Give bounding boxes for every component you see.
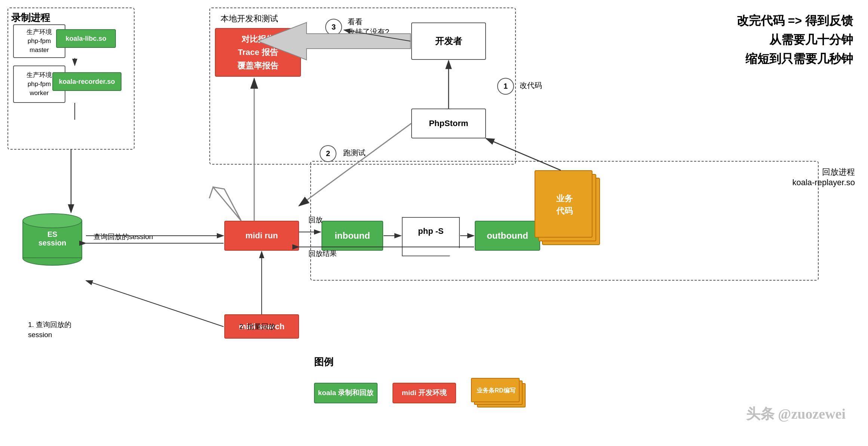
step3-label: 看看 改挂了没有?	[348, 17, 389, 37]
legend-paper-front: 业务条RD编写	[471, 378, 520, 402]
biz-code-stack: 业务 代码	[535, 170, 600, 245]
outbound-box: outbound	[475, 221, 540, 251]
php-s-box	[402, 217, 460, 256]
replay-label-arrow: 回放	[308, 215, 323, 225]
local-dev-label: 本地开发和测试	[221, 13, 278, 24]
legend-orange-label: 业务条RD编写	[472, 379, 520, 403]
php-s-label: php -S	[402, 226, 460, 236]
koala-libc: koala-libc.so	[56, 29, 116, 48]
legend-box: koala 录制和回放 midi 开发环境 业务条RD编写	[314, 370, 613, 415]
query-session2-label: 1. 查询回放的 session	[28, 320, 71, 340]
step2-label: 跑测试	[343, 148, 366, 158]
replay-result-label: 回放结果	[308, 249, 337, 259]
phpstorm-box: PhpStorm	[411, 109, 486, 138]
es-session: ES session	[22, 213, 82, 262]
legend-green-item: koala 录制和回放	[314, 383, 378, 403]
legend-red-item: midi 开发环境	[393, 383, 456, 403]
legend-title: 图例	[314, 355, 333, 369]
biz-label: 业务 代码	[535, 171, 593, 238]
legend-green-box: koala 录制和回放	[314, 383, 378, 403]
koala-recorder: koala-recorder.so	[52, 72, 121, 91]
developer-box: 开发者	[411, 22, 486, 60]
legend-orange-stack: 业务条RD编写	[471, 378, 529, 408]
replay-label: 回放进程 koala-replayer.so	[792, 167, 855, 187]
step-1-circle: 1	[497, 78, 514, 95]
reports-box: 对比报告 Trace 报告 覆盖率报告	[215, 28, 301, 77]
es-label: ES session	[22, 230, 82, 247]
right-title: 改完代码 => 得到反馈 从需要几十分钟 缩短到只需要几秒钟	[737, 11, 853, 69]
cylinder-top	[22, 213, 82, 228]
biz-paper-front: 业务 代码	[535, 170, 592, 238]
legend-red-box: midi 开发环境	[393, 383, 456, 403]
step-2-circle: 2	[320, 145, 336, 162]
query-session-label: 查询回放的session	[93, 232, 153, 242]
midi-run: midi run	[224, 221, 299, 251]
batch-replay-label: 2. 批量回放	[239, 322, 276, 332]
diagram-container: 录制进程 生产环境 php-fpm master koala-libc.so 生…	[0, 0, 868, 446]
step1-label: 改代码	[520, 80, 542, 91]
svg-line-21	[86, 281, 224, 327]
svg-marker-18	[209, 187, 241, 221]
watermark: 头条 @zuozewei	[746, 404, 846, 424]
inbound-box: inbound	[321, 221, 383, 251]
step-3-circle: 3	[325, 19, 342, 36]
recording-label: 录制进程	[11, 11, 50, 24]
